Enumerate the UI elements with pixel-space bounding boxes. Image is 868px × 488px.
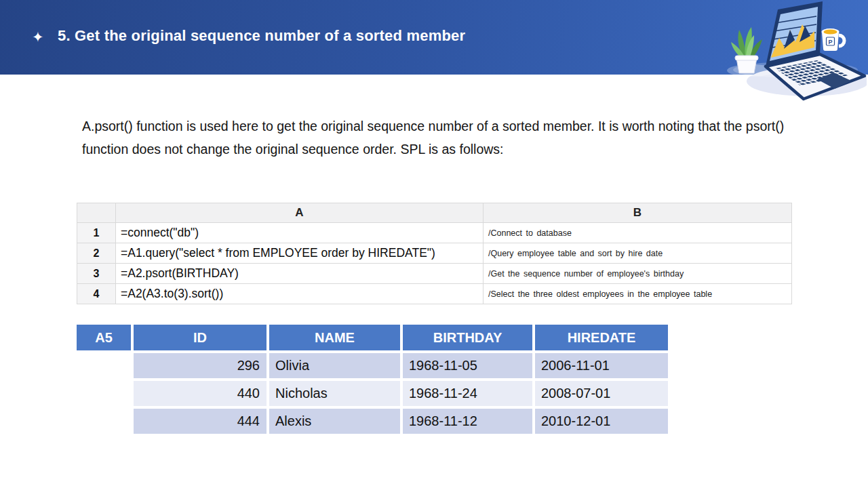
spl-row-number: 3 bbox=[77, 264, 116, 284]
spl-comment-cell: /Connect to database bbox=[484, 223, 792, 243]
spl-row: 1 =connect("db") /Connect to database bbox=[77, 223, 792, 243]
result-col-header-name: NAME bbox=[269, 325, 400, 350]
spl-row: 2 =A1.query("select * from EMPLOYEE orde… bbox=[77, 243, 792, 264]
spl-comment-cell: /Query employee table and sort by hire d… bbox=[484, 243, 792, 264]
result-cell-hiredate: 2010-12-01 bbox=[535, 409, 668, 434]
spl-comment-cell: /Select the three oldest employees in th… bbox=[484, 284, 792, 304]
result-col-header-id: ID bbox=[134, 325, 267, 350]
spl-code-cell: =A2.psort(BIRTHDAY) bbox=[116, 264, 484, 284]
spl-col-b-header: B bbox=[484, 203, 792, 223]
result-cell-birthday: 1968-11-05 bbox=[403, 353, 532, 378]
spl-corner-cell bbox=[77, 203, 116, 223]
result-col-header-hiredate: HIREDATE bbox=[535, 325, 668, 350]
result-cell-birthday: 1968-11-12 bbox=[403, 409, 532, 434]
result-table: A5 ID NAME BIRTHDAY HIREDATE 296 Olivia … bbox=[77, 325, 668, 434]
result-corner-label: A5 bbox=[77, 325, 131, 350]
result-cell-id: 296 bbox=[134, 353, 267, 378]
result-row-spacer bbox=[77, 409, 131, 434]
spl-comment-cell: /Get the sequence number of employee's b… bbox=[484, 264, 792, 284]
intro-paragraph: A.psort() function is used here to get t… bbox=[82, 115, 793, 161]
spl-row: 4 =A2(A3.to(3).sort()) /Select the three… bbox=[77, 284, 792, 304]
spl-code-cell: =connect("db") bbox=[116, 223, 484, 243]
spl-header-row: A B bbox=[77, 203, 792, 223]
result-cell-name: Olivia bbox=[269, 353, 400, 378]
star-bullet-icon: ✦ bbox=[32, 28, 44, 47]
spl-row-number: 4 bbox=[77, 284, 116, 304]
spl-code-cell: =A1.query("select * from EMPLOYEE order … bbox=[116, 243, 484, 264]
spl-col-a-header: A bbox=[116, 203, 484, 223]
desk-illustration: P bbox=[714, 0, 867, 102]
result-cell-id: 444 bbox=[134, 409, 267, 434]
result-cell-id: 440 bbox=[134, 381, 267, 406]
result-cell-hiredate: 2006-11-01 bbox=[535, 353, 668, 378]
spl-code-table: A B 1 =connect("db") /Connect to databas… bbox=[77, 203, 792, 304]
result-row-spacer bbox=[77, 381, 131, 406]
coffee-mug-icon: P bbox=[822, 28, 845, 51]
slide-title: 5. Get the original sequence number of a… bbox=[58, 27, 465, 45]
result-cell-birthday: 1968-11-24 bbox=[403, 381, 532, 406]
spl-row: 3 =A2.psort(BIRTHDAY) /Get the sequence … bbox=[77, 264, 792, 284]
result-cell-name: Alexis bbox=[269, 409, 400, 434]
spl-code-cell: =A2(A3.to(3).sort()) bbox=[116, 284, 484, 304]
result-cell-name: Nicholas bbox=[269, 381, 400, 406]
spl-row-number: 1 bbox=[77, 223, 116, 243]
mug-logo: P bbox=[828, 39, 832, 45]
result-cell-hiredate: 2008-07-01 bbox=[535, 381, 668, 406]
slide: ✦ 5. Get the original sequence number of… bbox=[0, 0, 868, 488]
result-col-header-birthday: BIRTHDAY bbox=[403, 325, 532, 350]
spl-row-number: 2 bbox=[77, 243, 116, 264]
result-row-spacer bbox=[77, 353, 131, 378]
